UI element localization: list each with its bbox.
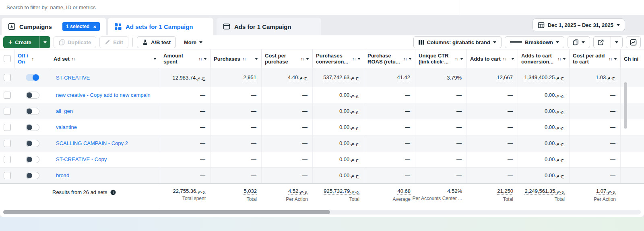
column-header[interactable]: Amount spent↑↓	[160, 49, 211, 68]
toggle-knob	[27, 108, 32, 114]
sort-icon[interactable]: ↑↓	[455, 56, 458, 62]
sort-icon[interactable]: ↑↓	[503, 56, 506, 62]
clear-selection-icon[interactable]: ×	[93, 24, 96, 29]
column-menu-caret[interactable]	[409, 58, 412, 60]
ad-set-name-link[interactable]: valantine	[56, 124, 77, 130]
ad-set-toggle[interactable]	[26, 172, 39, 179]
date-range-picker[interactable]: Dec 1, 2025 – Dec 31, 2025	[533, 18, 625, 31]
footer-total-label: Per Action	[286, 196, 308, 202]
ad-set-toggle[interactable]	[26, 124, 39, 131]
column-menu-caret[interactable]	[306, 58, 309, 60]
metric-value: —	[456, 92, 462, 98]
horizontal-scrollbar	[0, 207, 644, 217]
column-header[interactable]: Adds to cart↑↓	[467, 49, 518, 68]
column-menu-caret[interactable]	[511, 58, 514, 60]
column-menu-caret[interactable]	[204, 58, 207, 60]
ad-set-toggle[interactable]	[26, 92, 39, 99]
more-button[interactable]: More	[179, 36, 207, 48]
metric-value-link[interactable]: 1,349,400.25⁧ج.م.⁩	[524, 74, 564, 81]
column-menu-caret[interactable]	[153, 58, 157, 60]
create-dropdown-caret[interactable]	[39, 36, 50, 48]
row-checkbox[interactable]	[4, 124, 11, 131]
sort-icon[interactable]: ↑↓	[557, 56, 561, 62]
ad-set-toggle[interactable]	[26, 140, 39, 147]
ad-set-name-link[interactable]: ST-CREATIVE - Copy	[56, 156, 107, 162]
sort-icon[interactable]: ↑↓	[609, 56, 612, 62]
column-header[interactable]: Unique CTR (link click-...↑↓	[415, 49, 467, 68]
columns-button[interactable]: Columns: girabatic brand	[413, 36, 501, 48]
metric-value-link[interactable]: 1.03⁧ج.م.⁩	[596, 74, 615, 81]
metric-value: —	[302, 92, 308, 98]
charts-button[interactable]	[626, 36, 641, 48]
row-checkbox[interactable]	[4, 172, 11, 179]
metric-value-link[interactable]: 537,742.63⁧ج.م.⁩	[323, 74, 359, 81]
sort-icon[interactable]: ↑↓	[242, 56, 246, 62]
export-icon[interactable]	[594, 37, 608, 48]
sort-icon[interactable]: ↑↓	[403, 56, 407, 62]
ad-set-toggle[interactable]	[26, 156, 39, 163]
tab-ads[interactable]: Ads for 1 Campaign	[217, 18, 321, 35]
column-menu-caret[interactable]	[614, 58, 617, 60]
flask-icon	[142, 39, 148, 45]
bottom-gradient-bar	[0, 217, 644, 231]
reports-button[interactable]	[568, 36, 590, 48]
toggle-knob	[27, 125, 32, 130]
ad-set-name-link[interactable]: SCALLING CAMPAIN - Copy 2	[56, 140, 128, 146]
h-scrollbar-thumb[interactable]	[3, 210, 330, 214]
tab-ad-sets[interactable]: Ad sets for 1 Campaign	[108, 18, 213, 35]
metric-value-link[interactable]: 12,667	[497, 74, 513, 81]
metric-value-link[interactable]: 41.42	[397, 74, 410, 81]
ad-set-toggle[interactable]	[26, 108, 39, 115]
column-header[interactable]: Cost per add to cart↑↓	[570, 49, 621, 68]
column-header-ad-set[interactable]: Ad set ↑↓	[50, 49, 160, 68]
metric-value: —	[405, 124, 410, 130]
ad-set-name-link[interactable]: ST-CREATIVE	[56, 75, 90, 81]
metric-value: —	[405, 156, 410, 162]
sort-icon[interactable]: ↑↓	[198, 56, 202, 62]
select-all-checkbox[interactable]	[4, 55, 11, 62]
metric-value: 3.79%	[447, 75, 462, 81]
v-scrollbar-thumb[interactable]	[624, 82, 627, 129]
ad-set-name-link[interactable]: broad	[56, 172, 69, 178]
sort-icon[interactable]: ↑↓	[301, 56, 304, 62]
ab-test-button[interactable]: A/B test	[137, 36, 176, 48]
column-header[interactable]: Purchase ROAS (retu...↑↓	[364, 49, 415, 68]
h-scrollbar-track[interactable]	[3, 210, 641, 215]
metric-value: 0.00⁧ج.م.⁩	[545, 172, 564, 178]
info-icon[interactable]	[110, 190, 116, 195]
column-header[interactable]: Purchases↑↓	[211, 49, 262, 68]
export-dropdown-caret[interactable]	[611, 37, 622, 48]
metric-value-link[interactable]: 4.40⁧ج.م.⁩	[288, 74, 308, 81]
sort-icon[interactable]: ↑↓	[72, 56, 75, 62]
column-header[interactable]: Cost per purchase↑↓	[262, 49, 313, 68]
export-button[interactable]	[593, 36, 623, 48]
row-checkbox[interactable]	[4, 140, 11, 147]
metric-value: 0.00⁧ج.م.⁩	[339, 92, 359, 98]
breakdown-button[interactable]: Breakdown	[505, 36, 564, 48]
tab-campaigns[interactable]: Campaigns 1 selected ×	[2, 18, 106, 35]
metric-value-link[interactable]: 2,951	[243, 74, 256, 81]
column-menu-caret[interactable]	[563, 58, 566, 60]
table-body: ST-CREATIVE12,983.74⁧ج.م.⁩2,9514.40⁧ج.م.…	[0, 68, 644, 183]
column-menu-caret[interactable]	[460, 58, 463, 60]
row-checkbox[interactable]	[4, 156, 11, 163]
row-checkbox[interactable]	[4, 108, 11, 115]
search-input[interactable]	[0, 0, 460, 15]
sort-icon[interactable]: ↑↓	[352, 56, 356, 62]
metric-value: —	[405, 172, 410, 178]
column-header[interactable]: Purchases conversion...↑↓	[313, 49, 364, 68]
ad-set-toggle[interactable]	[26, 74, 39, 81]
metric-value: —	[456, 140, 462, 146]
column-menu-caret[interactable]	[357, 58, 361, 60]
row-checkbox[interactable]	[4, 74, 11, 81]
column-header-off-on[interactable]: Off / On ↑	[14, 49, 50, 68]
create-button[interactable]: + Create	[3, 36, 50, 48]
column-header[interactable]: Ch ini	[621, 49, 644, 68]
ad-set-name-link[interactable]: all_gen	[56, 108, 73, 114]
metric-value: —	[610, 124, 615, 130]
ad-set-name-link[interactable]: new creative - Copy add to new campain	[56, 92, 151, 98]
column-header[interactable]: Adds to cart conversion...↑↓	[518, 49, 570, 68]
row-checkbox[interactable]	[4, 92, 11, 99]
metric-value: 0.00⁧ج.م.⁩	[339, 124, 359, 130]
column-menu-caret[interactable]	[255, 58, 258, 60]
